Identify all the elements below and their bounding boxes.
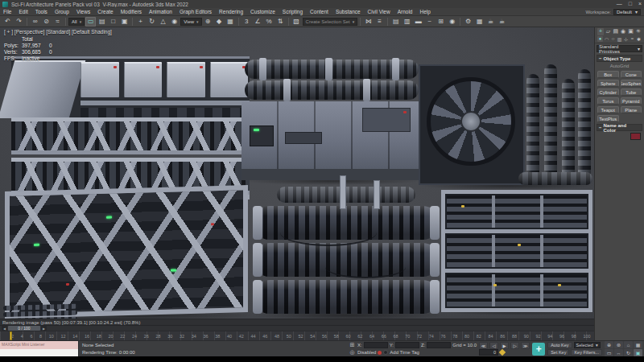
transform-type-in-icon[interactable]: ⊞: [349, 342, 356, 348]
panel-tab-motion[interactable]: ◉: [620, 28, 626, 35]
window-crossing-icon[interactable]: ▣: [119, 17, 130, 27]
category-helpers-icon[interactable]: ⊹: [623, 36, 629, 42]
name-color-rollout-header[interactable]: − Name and Color: [597, 124, 642, 131]
panel-tab-display[interactable]: ▣: [628, 28, 634, 35]
macro-recorder-line[interactable]: MAXScript Mini Listener: [0, 341, 78, 349]
category-geometry-icon[interactable]: ●: [597, 36, 603, 42]
menu-file[interactable]: File: [3, 9, 11, 14]
object-color-swatch[interactable]: [630, 133, 641, 140]
undo-icon[interactable]: ↶: [2, 17, 13, 27]
close-button[interactable]: ×: [638, 0, 642, 8]
maxscript-mini-listener[interactable]: MAXScript Mini Listener: [0, 341, 79, 356]
render-setup-icon[interactable]: ⚙: [463, 17, 473, 27]
unlink-selection-icon[interactable]: ⊘: [41, 17, 52, 27]
snap-toggle-3d-icon[interactable]: 3: [242, 17, 252, 27]
menu-graph-editors[interactable]: Graph Editors: [180, 9, 212, 14]
maximize-viewport-icon[interactable]: ▣: [634, 349, 642, 356]
category-lights-icon[interactable]: ☼: [610, 36, 616, 42]
category-systems-icon[interactable]: ✱: [636, 36, 642, 42]
object-type-box[interactable]: Box: [597, 71, 619, 78]
menu-modifiers[interactable]: Modifiers: [121, 9, 142, 14]
go-to-start-icon[interactable]: ≪: [479, 342, 488, 349]
select-and-rotate-icon[interactable]: ↻: [147, 17, 157, 27]
zoom-region-icon[interactable]: ▭: [605, 349, 613, 356]
category-shapes-icon[interactable]: ◠: [604, 36, 609, 42]
listener-input-line[interactable]: [0, 349, 78, 357]
redo-icon[interactable]: ↷: [14, 17, 24, 27]
play-icon[interactable]: ▶: [500, 342, 509, 349]
menu-rendering[interactable]: Rendering: [219, 9, 243, 14]
toggle-knob-icon[interactable]: [383, 350, 388, 355]
previous-frame-icon[interactable]: ◁: [489, 342, 498, 349]
category-space-warps-icon[interactable]: ≈: [630, 36, 635, 42]
bind-to-space-warp-icon[interactable]: ≈: [52, 17, 63, 27]
toggle-ribbon-icon[interactable]: ▬: [413, 17, 423, 27]
spinner-snap-icon[interactable]: ⇅: [275, 17, 286, 27]
select-by-name-icon[interactable]: ▤: [97, 17, 107, 27]
zoom-extents-all-icon[interactable]: ▦: [634, 341, 642, 348]
add-time-tag-button[interactable]: Add Time Tag: [390, 350, 419, 355]
perspective-viewport[interactable]: [ + ] [Perspective] [Standard] [Default …: [0, 27, 594, 319]
time-slider[interactable]: ◀ 0 / 100 ▶: [0, 325, 594, 331]
menu-customize[interactable]: Customize: [250, 9, 275, 14]
object-type-plane[interactable]: Plane: [621, 106, 642, 113]
minimize-button[interactable]: —: [617, 0, 622, 8]
angle-snap-icon[interactable]: ∠: [253, 17, 263, 27]
zoom-all-icon[interactable]: ⊛: [614, 341, 623, 348]
object-type-geosphere[interactable]: GeoSphere: [621, 80, 642, 87]
mirror-icon[interactable]: ⋈: [363, 17, 374, 27]
select-and-place-icon[interactable]: ◉: [169, 17, 180, 27]
menu-tools[interactable]: Tools: [35, 9, 47, 14]
zoom-icon[interactable]: ⊕: [605, 341, 613, 348]
object-type-textplus[interactable]: TextPlus: [597, 115, 619, 122]
auto-key-button[interactable]: Auto Key: [547, 342, 572, 348]
zoom-extents-icon[interactable]: ⌂: [624, 341, 633, 348]
menu-civil-view[interactable]: Civil View: [368, 9, 390, 14]
keyboard-shortcut-override-icon[interactable]: ▦: [225, 17, 236, 27]
reference-coordinate-dropdown[interactable]: View▾: [180, 18, 201, 26]
x-coordinate-field[interactable]: [364, 342, 388, 348]
menu-help[interactable]: Help: [419, 9, 430, 14]
schematic-view-icon[interactable]: ⊞: [436, 17, 446, 27]
selection-filter-dropdown[interactable]: All▾: [68, 18, 85, 26]
object-type-torus[interactable]: Torus: [597, 97, 619, 105]
selection-set-dropdown[interactable]: Selected ▾: [574, 342, 601, 348]
primitives-dropdown[interactable]: Standard Primitives ▾: [597, 45, 642, 52]
use-pivot-point-icon[interactable]: ⊕: [203, 17, 213, 27]
render-iterative-icon[interactable]: ☕: [497, 17, 507, 27]
named-selection-sets-dropdown[interactable]: Create Selection Set▾: [303, 18, 358, 26]
curve-editor-icon[interactable]: ~: [424, 17, 435, 27]
menu-substance[interactable]: Substance: [336, 9, 361, 14]
track-bar[interactable]: 2468101214161820222426283032343638404244…: [0, 331, 594, 340]
rendered-frame-window-icon[interactable]: ▦: [474, 17, 485, 27]
menu-group[interactable]: Group: [55, 9, 69, 14]
panel-tab-utilities[interactable]: ✳: [635, 28, 642, 35]
set-key-button[interactable]: Set Key: [547, 349, 569, 356]
object-type-teapot[interactable]: Teapot: [597, 106, 619, 113]
key-filters-button[interactable]: Key Filters...: [571, 349, 602, 356]
edit-named-selection-sets-icon[interactable]: ▧: [291, 17, 302, 27]
pan-icon[interactable]: ↔: [614, 349, 623, 356]
select-object-icon[interactable]: ▭: [85, 17, 96, 27]
rectangular-selection-region-icon[interactable]: □: [108, 17, 118, 27]
toggle-layer-explorer-icon[interactable]: ▥: [402, 17, 412, 27]
menu-edit[interactable]: Edit: [19, 9, 27, 14]
panel-tab-create[interactable]: +: [597, 28, 604, 35]
set-keys-icon[interactable]: [499, 349, 506, 356]
y-coordinate-field[interactable]: [395, 342, 419, 348]
panel-tab-hierarchy[interactable]: ▤: [613, 28, 619, 35]
percent-snap-icon[interactable]: %: [264, 17, 275, 27]
time-slider-marker[interactable]: [10, 331, 12, 340]
autogrid-checkbox[interactable]: AutoGrid: [595, 62, 644, 70]
menu-create[interactable]: Create: [97, 9, 114, 14]
object-type-cylinder[interactable]: Cylinder: [597, 88, 619, 96]
viewport-label[interactable]: [ + ] [Perspective] [Standard] [Default …: [4, 29, 112, 35]
object-type-pyramid[interactable]: Pyramid: [621, 97, 642, 105]
go-to-end-icon[interactable]: ≫: [521, 342, 530, 349]
menu-views[interactable]: Views: [76, 9, 90, 14]
maximize-button[interactable]: □: [629, 0, 632, 8]
menu-arnold[interactable]: Arnold: [398, 9, 413, 14]
select-and-manipulate-icon[interactable]: ◆: [214, 17, 225, 27]
select-and-move-icon[interactable]: +: [135, 17, 146, 27]
object-type-tube[interactable]: Tube: [621, 88, 642, 96]
